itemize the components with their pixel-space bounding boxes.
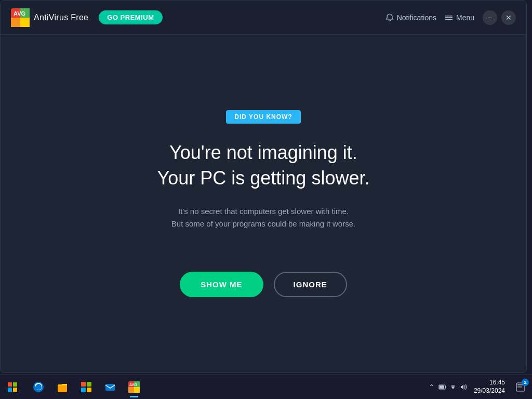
svg-rect-12 bbox=[81, 388, 86, 392]
subtext-line1: It's no secret that computers get slower… bbox=[178, 207, 349, 216]
minimize-button[interactable]: − bbox=[483, 10, 497, 25]
did-you-know-badge: DID YOU KNOW? bbox=[226, 110, 300, 124]
taskbar-store[interactable] bbox=[75, 376, 98, 398]
taskbar-mail[interactable] bbox=[99, 376, 122, 398]
avg-taskbar-icon: AVG bbox=[128, 381, 140, 393]
svg-rect-7 bbox=[445, 19, 453, 20]
taskbar-avg[interactable]: AVG bbox=[123, 376, 145, 398]
notification-badge: 2 bbox=[522, 379, 529, 386]
svg-rect-14 bbox=[105, 384, 115, 391]
volume-icon bbox=[459, 383, 468, 391]
show-me-button[interactable]: SHOW ME bbox=[180, 272, 263, 297]
premium-button[interactable]: GO PREMIUM bbox=[99, 10, 162, 24]
network-icon bbox=[449, 383, 457, 391]
system-tray: ⌃ bbox=[425, 383, 470, 391]
headline-line2: Your PC is getting slower. bbox=[157, 167, 370, 189]
svg-rect-5 bbox=[445, 16, 453, 17]
svg-rect-22 bbox=[440, 385, 444, 389]
store-icon bbox=[81, 381, 92, 393]
svg-rect-11 bbox=[87, 382, 91, 387]
notifications-button[interactable]: Notifications bbox=[385, 14, 436, 22]
svg-text:AVG: AVG bbox=[129, 383, 137, 387]
edge-icon bbox=[33, 381, 44, 393]
titlebar-right: Notifications Menu − ✕ bbox=[385, 10, 516, 25]
menu-label: Menu bbox=[456, 14, 474, 22]
svg-rect-17 bbox=[134, 387, 140, 393]
menu-button[interactable]: Menu bbox=[445, 14, 474, 22]
svg-rect-2 bbox=[20, 18, 30, 27]
win-sq-blue bbox=[8, 388, 12, 392]
start-button[interactable] bbox=[0, 375, 25, 400]
win-sq-green bbox=[13, 382, 17, 387]
headline: You're not imagining it. Your PC is gett… bbox=[157, 140, 370, 191]
app-title: AntiVirus Free bbox=[34, 13, 88, 22]
svg-rect-1 bbox=[11, 18, 20, 27]
svg-rect-6 bbox=[445, 17, 453, 18]
headline-line1: You're not imagining it. bbox=[169, 142, 357, 163]
svg-rect-25 bbox=[517, 387, 522, 388]
notification-center-button[interactable]: 2 bbox=[509, 376, 532, 398]
window-controls: − ✕ bbox=[483, 10, 516, 25]
clock-time: 16:45 bbox=[489, 379, 505, 387]
taskbar-edge[interactable] bbox=[27, 376, 50, 398]
win-sq-red bbox=[8, 382, 12, 387]
subtext-line2: But some of your programs could be makin… bbox=[171, 219, 355, 228]
taskbar-explorer[interactable] bbox=[51, 376, 74, 398]
svg-rect-13 bbox=[87, 388, 91, 392]
avg-app-icon: AVG bbox=[11, 8, 30, 27]
action-buttons: SHOW ME IGNORE bbox=[180, 272, 347, 297]
avg-window: AVG AntiVirus Free GO PREMIUM Notificati… bbox=[0, 0, 527, 373]
battery-icon bbox=[438, 383, 447, 391]
taskbar-apps: AVG bbox=[25, 376, 425, 398]
close-button[interactable]: ✕ bbox=[501, 10, 516, 25]
svg-rect-10 bbox=[81, 382, 86, 387]
menu-icon bbox=[445, 14, 453, 22]
notifications-label: Notifications bbox=[397, 14, 436, 22]
win-sq-yellow bbox=[13, 388, 17, 392]
chevron-up-icon[interactable]: ⌃ bbox=[427, 383, 436, 391]
bell-icon bbox=[385, 14, 394, 22]
subtext: It's no secret that computers get slower… bbox=[171, 205, 355, 230]
explorer-icon bbox=[57, 381, 68, 393]
svg-rect-16 bbox=[128, 387, 134, 393]
windows-logo-icon bbox=[8, 382, 17, 392]
main-content: DID YOU KNOW? You're not imagining it. Y… bbox=[1, 35, 526, 373]
avg-logo: AVG AntiVirus Free bbox=[11, 8, 88, 27]
svg-rect-21 bbox=[445, 386, 446, 388]
clock-date: 29/03/2024 bbox=[474, 387, 505, 395]
taskbar: AVG ⌃ 16:45 29/03/2024 2 bbox=[0, 374, 532, 399]
mail-icon bbox=[104, 381, 116, 393]
titlebar: AVG AntiVirus Free GO PREMIUM Notificati… bbox=[1, 1, 526, 35]
svg-text:AVG: AVG bbox=[14, 10, 25, 17]
taskbar-clock[interactable]: 16:45 29/03/2024 bbox=[470, 379, 509, 395]
ignore-button[interactable]: IGNORE bbox=[274, 272, 347, 297]
